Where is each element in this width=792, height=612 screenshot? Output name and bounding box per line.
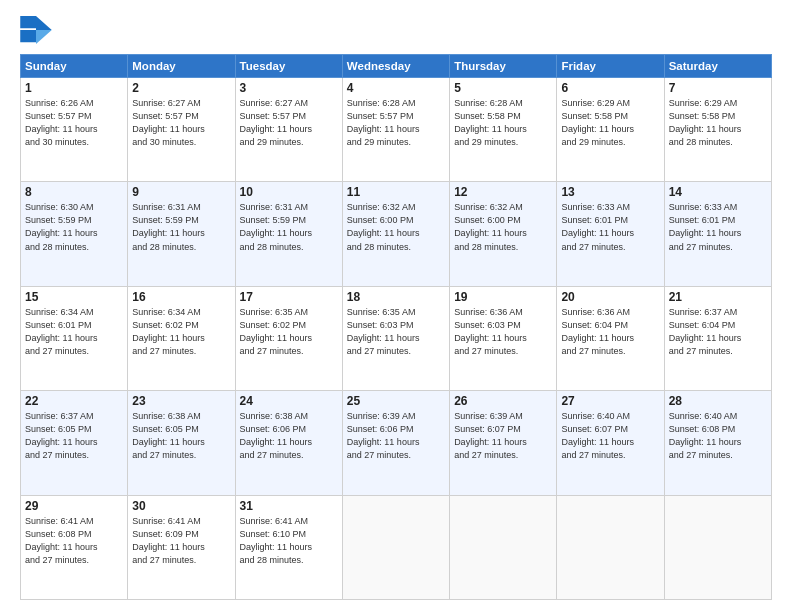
day-info: Sunrise: 6:35 AM Sunset: 6:02 PM Dayligh… bbox=[240, 306, 338, 358]
day-info: Sunrise: 6:38 AM Sunset: 6:05 PM Dayligh… bbox=[132, 410, 230, 462]
day-info: Sunrise: 6:27 AM Sunset: 5:57 PM Dayligh… bbox=[240, 97, 338, 149]
calendar-cell: 7Sunrise: 6:29 AM Sunset: 5:58 PM Daylig… bbox=[664, 78, 771, 182]
day-of-week-header: Monday bbox=[128, 55, 235, 78]
day-info: Sunrise: 6:29 AM Sunset: 5:58 PM Dayligh… bbox=[561, 97, 659, 149]
calendar-cell: 12Sunrise: 6:32 AM Sunset: 6:00 PM Dayli… bbox=[450, 182, 557, 286]
page: SundayMondayTuesdayWednesdayThursdayFrid… bbox=[0, 0, 792, 612]
day-info: Sunrise: 6:35 AM Sunset: 6:03 PM Dayligh… bbox=[347, 306, 445, 358]
calendar-cell: 11Sunrise: 6:32 AM Sunset: 6:00 PM Dayli… bbox=[342, 182, 449, 286]
day-number: 20 bbox=[561, 290, 659, 304]
calendar-cell: 20Sunrise: 6:36 AM Sunset: 6:04 PM Dayli… bbox=[557, 286, 664, 390]
calendar-cell: 27Sunrise: 6:40 AM Sunset: 6:07 PM Dayli… bbox=[557, 391, 664, 495]
calendar-cell: 15Sunrise: 6:34 AM Sunset: 6:01 PM Dayli… bbox=[21, 286, 128, 390]
calendar-cell: 22Sunrise: 6:37 AM Sunset: 6:05 PM Dayli… bbox=[21, 391, 128, 495]
day-number: 23 bbox=[132, 394, 230, 408]
calendar-cell: 2Sunrise: 6:27 AM Sunset: 5:57 PM Daylig… bbox=[128, 78, 235, 182]
day-number: 6 bbox=[561, 81, 659, 95]
calendar-cell: 4Sunrise: 6:28 AM Sunset: 5:57 PM Daylig… bbox=[342, 78, 449, 182]
calendar-cell: 31Sunrise: 6:41 AM Sunset: 6:10 PM Dayli… bbox=[235, 495, 342, 599]
day-number: 2 bbox=[132, 81, 230, 95]
day-info: Sunrise: 6:26 AM Sunset: 5:57 PM Dayligh… bbox=[25, 97, 123, 149]
day-number: 16 bbox=[132, 290, 230, 304]
svg-marker-2 bbox=[36, 16, 52, 30]
day-of-week-header: Sunday bbox=[21, 55, 128, 78]
day-info: Sunrise: 6:40 AM Sunset: 6:08 PM Dayligh… bbox=[669, 410, 767, 462]
day-number: 21 bbox=[669, 290, 767, 304]
day-info: Sunrise: 6:27 AM Sunset: 5:57 PM Dayligh… bbox=[132, 97, 230, 149]
day-number: 31 bbox=[240, 499, 338, 513]
day-number: 22 bbox=[25, 394, 123, 408]
day-info: Sunrise: 6:33 AM Sunset: 6:01 PM Dayligh… bbox=[669, 201, 767, 253]
day-number: 8 bbox=[25, 185, 123, 199]
day-info: Sunrise: 6:32 AM Sunset: 6:00 PM Dayligh… bbox=[454, 201, 552, 253]
calendar-cell: 9Sunrise: 6:31 AM Sunset: 5:59 PM Daylig… bbox=[128, 182, 235, 286]
header bbox=[20, 16, 772, 44]
day-number: 4 bbox=[347, 81, 445, 95]
day-number: 3 bbox=[240, 81, 338, 95]
day-of-week-header: Friday bbox=[557, 55, 664, 78]
calendar-cell: 26Sunrise: 6:39 AM Sunset: 6:07 PM Dayli… bbox=[450, 391, 557, 495]
day-info: Sunrise: 6:37 AM Sunset: 6:05 PM Dayligh… bbox=[25, 410, 123, 462]
day-info: Sunrise: 6:34 AM Sunset: 6:02 PM Dayligh… bbox=[132, 306, 230, 358]
calendar-cell: 28Sunrise: 6:40 AM Sunset: 6:08 PM Dayli… bbox=[664, 391, 771, 495]
calendar-cell bbox=[450, 495, 557, 599]
day-info: Sunrise: 6:41 AM Sunset: 6:08 PM Dayligh… bbox=[25, 515, 123, 567]
day-info: Sunrise: 6:31 AM Sunset: 5:59 PM Dayligh… bbox=[240, 201, 338, 253]
day-number: 14 bbox=[669, 185, 767, 199]
day-number: 11 bbox=[347, 185, 445, 199]
logo bbox=[20, 16, 56, 44]
day-of-week-header: Wednesday bbox=[342, 55, 449, 78]
day-number: 24 bbox=[240, 394, 338, 408]
day-number: 5 bbox=[454, 81, 552, 95]
day-info: Sunrise: 6:29 AM Sunset: 5:58 PM Dayligh… bbox=[669, 97, 767, 149]
calendar-cell: 29Sunrise: 6:41 AM Sunset: 6:08 PM Dayli… bbox=[21, 495, 128, 599]
day-info: Sunrise: 6:36 AM Sunset: 6:03 PM Dayligh… bbox=[454, 306, 552, 358]
day-info: Sunrise: 6:40 AM Sunset: 6:07 PM Dayligh… bbox=[561, 410, 659, 462]
day-number: 9 bbox=[132, 185, 230, 199]
day-info: Sunrise: 6:34 AM Sunset: 6:01 PM Dayligh… bbox=[25, 306, 123, 358]
calendar-cell: 16Sunrise: 6:34 AM Sunset: 6:02 PM Dayli… bbox=[128, 286, 235, 390]
day-info: Sunrise: 6:28 AM Sunset: 5:58 PM Dayligh… bbox=[454, 97, 552, 149]
day-number: 12 bbox=[454, 185, 552, 199]
calendar-cell: 6Sunrise: 6:29 AM Sunset: 5:58 PM Daylig… bbox=[557, 78, 664, 182]
calendar-cell: 14Sunrise: 6:33 AM Sunset: 6:01 PM Dayli… bbox=[664, 182, 771, 286]
calendar-cell: 10Sunrise: 6:31 AM Sunset: 5:59 PM Dayli… bbox=[235, 182, 342, 286]
day-info: Sunrise: 6:36 AM Sunset: 6:04 PM Dayligh… bbox=[561, 306, 659, 358]
svg-rect-1 bbox=[20, 30, 36, 42]
calendar-cell: 13Sunrise: 6:33 AM Sunset: 6:01 PM Dayli… bbox=[557, 182, 664, 286]
svg-rect-0 bbox=[20, 16, 36, 28]
day-number: 10 bbox=[240, 185, 338, 199]
day-info: Sunrise: 6:30 AM Sunset: 5:59 PM Dayligh… bbox=[25, 201, 123, 253]
day-info: Sunrise: 6:39 AM Sunset: 6:06 PM Dayligh… bbox=[347, 410, 445, 462]
day-of-week-header: Saturday bbox=[664, 55, 771, 78]
svg-marker-3 bbox=[36, 30, 52, 44]
calendar-cell: 25Sunrise: 6:39 AM Sunset: 6:06 PM Dayli… bbox=[342, 391, 449, 495]
day-number: 26 bbox=[454, 394, 552, 408]
calendar-cell: 21Sunrise: 6:37 AM Sunset: 6:04 PM Dayli… bbox=[664, 286, 771, 390]
day-info: Sunrise: 6:39 AM Sunset: 6:07 PM Dayligh… bbox=[454, 410, 552, 462]
calendar-cell bbox=[664, 495, 771, 599]
calendar-table: SundayMondayTuesdayWednesdayThursdayFrid… bbox=[20, 54, 772, 600]
day-info: Sunrise: 6:41 AM Sunset: 6:10 PM Dayligh… bbox=[240, 515, 338, 567]
day-number: 7 bbox=[669, 81, 767, 95]
calendar-cell: 3Sunrise: 6:27 AM Sunset: 5:57 PM Daylig… bbox=[235, 78, 342, 182]
day-number: 1 bbox=[25, 81, 123, 95]
day-number: 30 bbox=[132, 499, 230, 513]
logo-icon bbox=[20, 16, 52, 44]
calendar-cell: 30Sunrise: 6:41 AM Sunset: 6:09 PM Dayli… bbox=[128, 495, 235, 599]
day-info: Sunrise: 6:32 AM Sunset: 6:00 PM Dayligh… bbox=[347, 201, 445, 253]
day-of-week-header: Tuesday bbox=[235, 55, 342, 78]
day-info: Sunrise: 6:31 AM Sunset: 5:59 PM Dayligh… bbox=[132, 201, 230, 253]
calendar-cell: 18Sunrise: 6:35 AM Sunset: 6:03 PM Dayli… bbox=[342, 286, 449, 390]
day-number: 17 bbox=[240, 290, 338, 304]
day-number: 29 bbox=[25, 499, 123, 513]
day-info: Sunrise: 6:38 AM Sunset: 6:06 PM Dayligh… bbox=[240, 410, 338, 462]
day-number: 15 bbox=[25, 290, 123, 304]
day-number: 18 bbox=[347, 290, 445, 304]
calendar-cell: 17Sunrise: 6:35 AM Sunset: 6:02 PM Dayli… bbox=[235, 286, 342, 390]
day-info: Sunrise: 6:41 AM Sunset: 6:09 PM Dayligh… bbox=[132, 515, 230, 567]
day-of-week-header: Thursday bbox=[450, 55, 557, 78]
day-info: Sunrise: 6:37 AM Sunset: 6:04 PM Dayligh… bbox=[669, 306, 767, 358]
day-number: 25 bbox=[347, 394, 445, 408]
calendar-cell bbox=[557, 495, 664, 599]
